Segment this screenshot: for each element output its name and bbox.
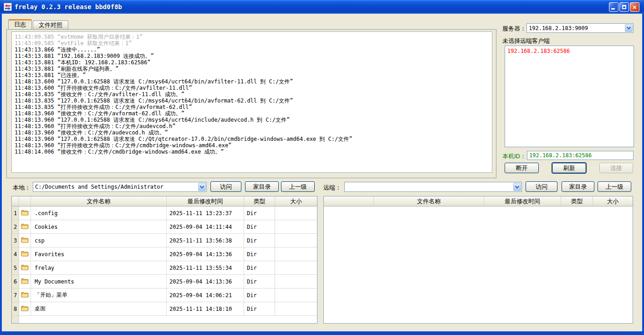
file-name: My Documents xyxy=(31,275,167,288)
log-tab-page: 11:43:09.585 “evtHome 获取用户目录结果：1”11:43:0… xyxy=(6,29,496,178)
window-body: 日志 文件对照 11:43:09.585 “evtHome 获取用户目录结果：1… xyxy=(2,14,642,331)
file-row[interactable]: 3csp2025-11-11 13:56:38Dir xyxy=(12,234,317,247)
file-row[interactable]: 2Cookies2025-09-04 14:11:44Dir xyxy=(12,220,317,234)
file-size xyxy=(275,220,317,233)
log-line: 11:43:13.881 “本机ID: 192.168.2.183:62586” xyxy=(15,59,489,66)
folder-icon xyxy=(21,237,29,244)
file-row[interactable]: 7「开始」菜单2025-09-04 14:06:21Dir xyxy=(12,289,317,302)
file-name: .config xyxy=(31,206,167,220)
minimize-icon xyxy=(611,8,615,10)
folder-icon-cell xyxy=(19,247,31,261)
header-file-name[interactable]: 文件名称 xyxy=(31,196,167,206)
tab-bar: 日志 文件对照 xyxy=(8,19,69,29)
log-line: 11:48:13.835 “打开待接收文件成功：C:/文件/avformat-6… xyxy=(15,104,489,110)
server-label: 服务器： xyxy=(502,25,526,33)
file-type: Dir xyxy=(244,302,275,315)
log-line: 11:48:13.960 “打开待接收文件成功：C:/文件/audevcod.h… xyxy=(15,123,489,129)
refresh-button[interactable]: 刷新 xyxy=(552,163,586,173)
maximize-icon xyxy=(622,5,626,9)
file-size xyxy=(275,247,317,261)
window-title: frelay 0.2.3 release bbd0f8b xyxy=(15,3,122,10)
row-number: 8 xyxy=(12,302,19,315)
file-name: frelay xyxy=(31,261,167,274)
file-type: Dir xyxy=(244,220,275,233)
header-modified-time[interactable]: 最后修改时间 xyxy=(484,196,561,206)
file-size xyxy=(275,206,317,220)
header-file-name[interactable]: 文件名称 xyxy=(374,196,484,206)
file-type: Dir xyxy=(244,206,275,220)
server-dropdown-arrow-icon[interactable] xyxy=(625,24,633,32)
file-size xyxy=(275,261,317,274)
file-row[interactable]: 6My Documents2025-09-04 14:13:36Dir xyxy=(12,275,317,289)
local-home-button[interactable]: 家目录 xyxy=(245,181,279,192)
server-combobox[interactable]: 192.168.2.183:9009 xyxy=(526,23,634,33)
local-path-value: C:/Documents and Settings/Administrator xyxy=(33,184,198,190)
disconnect-button[interactable]: 断开 xyxy=(505,163,539,173)
local-up-button[interactable]: 上一级 xyxy=(281,181,315,192)
local-visit-button[interactable]: 访问 xyxy=(210,181,241,192)
folder-icon-cell xyxy=(19,275,31,288)
header-icon xyxy=(19,196,31,206)
modified-time: 2025-11-11 13:23:37 xyxy=(167,206,244,220)
remote-path-combobox[interactable] xyxy=(344,182,522,192)
file-type: Dir xyxy=(244,261,275,274)
modified-time: 2025-11-11 13:55:34 xyxy=(167,261,244,274)
log-line: 11:43:13.881 “192.168.2.183:9009 连接成功。” xyxy=(15,53,489,59)
server-combobox-value: 192.168.2.183:9009 xyxy=(527,25,624,31)
modified-time: 2025-11-11 14:18:10 xyxy=(167,302,244,315)
local-path-combobox[interactable]: C:/Documents and Settings/Administrator xyxy=(33,182,207,192)
folder-icon xyxy=(21,250,29,258)
remote-client-status-label: 未选择远端客户端 xyxy=(502,37,550,45)
tab-file-compare[interactable]: 文件对照 xyxy=(33,21,68,29)
log-line: 11:43:09.585 “evtHome 获取用户目录结果：1” xyxy=(15,34,489,40)
remote-visit-button[interactable]: 访问 xyxy=(526,181,557,192)
folder-icon xyxy=(21,264,29,272)
row-number: 4 xyxy=(12,247,19,261)
remote-up-button[interactable]: 上一级 xyxy=(598,181,631,192)
header-size[interactable]: 大小 xyxy=(275,196,317,206)
folder-icon xyxy=(21,209,29,217)
title-bar: frelay 0.2.3 release bbd0f8b × xyxy=(0,0,644,14)
file-size xyxy=(275,234,317,247)
remote-file-table-header: 文件名称 最后修改时间 类型 大小 xyxy=(324,196,633,206)
client-list[interactable]: 192.168.2.183:62586 xyxy=(505,46,634,147)
folder-icon xyxy=(21,223,29,231)
remote-home-button[interactable]: 家目录 xyxy=(562,181,594,192)
header-modified-time[interactable]: 最后修改时间 xyxy=(167,196,244,206)
local-path-dropdown-arrow-icon[interactable] xyxy=(198,183,206,191)
file-row[interactable]: 4Favorites2025-09-04 14:13:36Dir xyxy=(12,247,317,261)
modified-time: 2025-11-11 13:56:38 xyxy=(167,234,244,247)
log-line: 11:48:13.960 “接收文件：C:/文件/audevcod.h 成功。” xyxy=(15,129,489,136)
local-id-field[interactable]: 192.168.2.183:62586 xyxy=(527,151,634,160)
folder-icon xyxy=(21,278,29,285)
header-lead xyxy=(324,196,374,206)
log-line: 11:48:13.960 “127.0.0.1:62588 请求发送 C:/ms… xyxy=(15,117,489,123)
remote-file-table: 文件名称 最后修改时间 类型 大小 xyxy=(323,196,633,324)
header-type[interactable]: 类型 xyxy=(244,196,275,206)
header-type[interactable]: 类型 xyxy=(561,196,593,206)
file-row[interactable]: 1.config2025-11-11 13:23:37Dir xyxy=(12,206,317,220)
file-row[interactable]: 8桌面2025-11-11 14:18:10Dir xyxy=(12,302,317,316)
local-file-table-body: 1.config2025-11-11 13:23:37Dir2Cookies20… xyxy=(12,206,317,323)
maximize-button[interactable] xyxy=(619,2,629,12)
remote-path-dropdown-arrow-icon[interactable] xyxy=(513,183,521,191)
file-size xyxy=(275,302,317,315)
file-name: csp xyxy=(31,234,167,247)
close-button[interactable]: × xyxy=(630,2,639,12)
client-list-item[interactable]: 192.168.2.183:62586 xyxy=(507,47,631,55)
log-output[interactable]: 11:43:09.585 “evtHome 获取用户目录结果：1”11:43:0… xyxy=(11,31,492,173)
local-path-label: 本地： xyxy=(13,184,31,192)
header-size[interactable]: 大小 xyxy=(593,196,633,206)
file-row[interactable]: 5frelay2025-11-11 13:55:34Dir xyxy=(12,261,317,275)
minimize-button[interactable] xyxy=(609,2,618,12)
connect-button[interactable]: 连接 xyxy=(599,163,633,173)
file-size xyxy=(275,275,317,288)
tab-log[interactable]: 日志 xyxy=(8,19,32,29)
file-name: Favorites xyxy=(31,247,167,261)
modified-time: 2025-09-04 14:06:21 xyxy=(167,289,244,302)
folder-icon-cell xyxy=(19,261,31,274)
log-line: 11:48:13.960 “接收文件：C:/文件/avformat-62.dll… xyxy=(15,110,489,117)
folder-icon-cell xyxy=(19,220,31,233)
file-name: 「开始」菜单 xyxy=(31,289,167,302)
file-type: Dir xyxy=(244,247,275,261)
